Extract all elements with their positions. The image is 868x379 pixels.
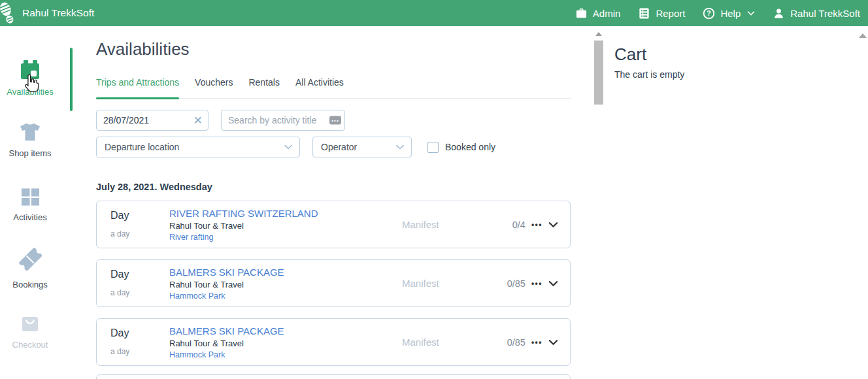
availability-card[interactable]: Day a day BALMERS SKI PACKAGE Rahul Tour… bbox=[96, 318, 571, 366]
availability-card[interactable]: Day a day RIVER RAFTING SWITZERLAND Rahu… bbox=[96, 201, 571, 248]
card-duration-sub: a day bbox=[110, 229, 129, 239]
card-location[interactable]: River rafting bbox=[169, 233, 318, 242]
operator-value: Operator bbox=[321, 142, 357, 152]
date-input[interactable] bbox=[96, 110, 209, 131]
card-duration-sub: a day bbox=[110, 347, 129, 356]
tab-bar: Trips and AttractionsVouchersRentalsAll … bbox=[96, 77, 571, 99]
header-nav-admin[interactable]: Admin bbox=[575, 7, 621, 20]
expand-chevron-icon[interactable] bbox=[548, 280, 558, 287]
card-manifest-label: Manifest bbox=[402, 219, 439, 230]
sidebar-item-checkout[interactable]: Checkout bbox=[0, 312, 60, 350]
more-options-icon[interactable]: ••• bbox=[531, 220, 542, 229]
tab-vouchers[interactable]: Vouchers bbox=[195, 77, 233, 98]
input-more-icon[interactable]: ••• bbox=[329, 116, 341, 125]
card-activity-title[interactable]: BALMERS SKI PACKAGE bbox=[169, 267, 284, 278]
page-title: Availabilities bbox=[96, 39, 190, 59]
sidebar-item-shop-items[interactable]: Shop items bbox=[0, 122, 60, 158]
tab-rentals[interactable]: Rentals bbox=[248, 77, 279, 98]
brand-name: Rahul TrekkSoft bbox=[22, 7, 94, 19]
bag-icon bbox=[19, 312, 41, 334]
header-nav-account[interactable]: Rahul TrekkSoft bbox=[773, 7, 860, 20]
sidebar-item-bookings[interactable]: Bookings bbox=[0, 244, 60, 289]
brand[interactable]: Rahul TrekkSoft bbox=[0, 0, 94, 26]
booked-only-label: Booked only bbox=[445, 142, 495, 152]
expand-chevron-icon[interactable] bbox=[548, 222, 558, 228]
availability-list: Day a day RIVER RAFTING SWITZERLAND Rahu… bbox=[96, 201, 571, 366]
card-duration: Day bbox=[110, 269, 129, 280]
card-duration: Day bbox=[110, 327, 129, 339]
date-heading: July 28, 2021. Wednesday bbox=[96, 182, 212, 192]
card-operator: Rahul Tour & Travel bbox=[169, 280, 284, 289]
calendar-icon bbox=[19, 59, 41, 81]
chevron-down-icon bbox=[284, 144, 292, 150]
card-duration-sub: a day bbox=[110, 288, 129, 297]
scroll-up-arrow-icon[interactable] bbox=[595, 32, 602, 36]
search-filter: ••• bbox=[221, 110, 345, 131]
cart-empty-message: The cart is empty bbox=[614, 69, 684, 80]
card-operator: Rahul Tour & Travel bbox=[169, 221, 318, 231]
departure-location-value: Departure location bbox=[105, 142, 179, 152]
card-activity-title[interactable]: BALMERS SKI PACKAGE bbox=[169, 325, 284, 337]
date-filter: ✕ bbox=[96, 110, 209, 131]
sidebar-item-availabilities[interactable]: Availabilities bbox=[0, 59, 60, 97]
help-icon: ? bbox=[703, 7, 715, 20]
user-icon bbox=[773, 7, 785, 20]
card-manifest-label: Manifest bbox=[402, 337, 439, 348]
card-capacity-count: 0/4 bbox=[512, 220, 526, 230]
booked-only-checkbox[interactable] bbox=[427, 142, 439, 153]
card-manifest-label: Manifest bbox=[402, 278, 439, 289]
window-scroll-up-arrow-icon[interactable] bbox=[859, 33, 867, 38]
more-options-icon[interactable]: ••• bbox=[531, 338, 542, 347]
more-options-icon[interactable]: ••• bbox=[531, 279, 542, 288]
chevron-down-icon bbox=[747, 10, 755, 16]
card-capacity-count: 0/85 bbox=[507, 337, 526, 348]
briefcase-icon bbox=[575, 7, 588, 20]
availability-card[interactable]: Day a day BALMERS SKI PACKAGE Rahul Tour… bbox=[96, 259, 571, 307]
header-nav: Admin Report ? Help Rahul TrekkSoft bbox=[575, 7, 868, 20]
card-location[interactable]: Hammock Park bbox=[169, 350, 284, 359]
availability-card-partial[interactable] bbox=[96, 374, 571, 379]
report-icon bbox=[638, 7, 650, 20]
card-operator: Rahul Tour & Travel bbox=[169, 338, 284, 348]
card-capacity-count: 0/85 bbox=[507, 278, 526, 289]
tshirt-icon bbox=[20, 122, 41, 142]
header-nav-report[interactable]: Report bbox=[638, 7, 685, 20]
clear-date-icon[interactable]: ✕ bbox=[193, 115, 203, 126]
sidebar-item-activities[interactable]: Activities bbox=[0, 188, 60, 222]
search-input[interactable] bbox=[221, 110, 345, 131]
tab-all-activities[interactable]: All Activities bbox=[295, 77, 344, 98]
main-panel: Availabilities Trips and AttractionsVouc… bbox=[96, 26, 571, 379]
operator-select[interactable]: Operator bbox=[312, 137, 412, 157]
ticket-icon bbox=[15, 244, 45, 274]
expand-chevron-icon[interactable] bbox=[548, 339, 558, 346]
scrollbar-thumb[interactable] bbox=[594, 41, 603, 105]
footprint-logo-icon bbox=[0, 0, 17, 26]
sidebar: Availabilities Shop items Activities Boo… bbox=[0, 26, 72, 379]
main-scrollbar[interactable] bbox=[594, 26, 603, 379]
card-location[interactable]: Hammock Park bbox=[169, 291, 284, 301]
card-activity-title[interactable]: RIVER RAFTING SWITZERLAND bbox=[169, 208, 318, 219]
top-bar: Rahul TrekkSoft Admin Report ? Help Rahu… bbox=[0, 0, 868, 26]
grid-icon bbox=[21, 188, 40, 206]
cart-title: Cart bbox=[614, 44, 646, 65]
booked-only-filter: Booked only bbox=[427, 142, 495, 153]
svg-text:?: ? bbox=[707, 10, 711, 17]
chevron-down-icon bbox=[396, 144, 404, 150]
app-window: Rahul TrekkSoft Admin Report ? Help Rahu… bbox=[0, 0, 868, 379]
header-nav-help[interactable]: ? Help bbox=[703, 7, 755, 20]
card-duration: Day bbox=[110, 210, 129, 222]
departure-location-select[interactable]: Departure location bbox=[96, 137, 300, 157]
filters: ✕ ••• Departure location Operator bbox=[96, 110, 495, 157]
tab-trips-and-attractions[interactable]: Trips and Attractions bbox=[96, 77, 179, 98]
cart-panel: Cart The cart is empty bbox=[614, 26, 856, 379]
sidebar-active-indicator bbox=[70, 48, 73, 111]
